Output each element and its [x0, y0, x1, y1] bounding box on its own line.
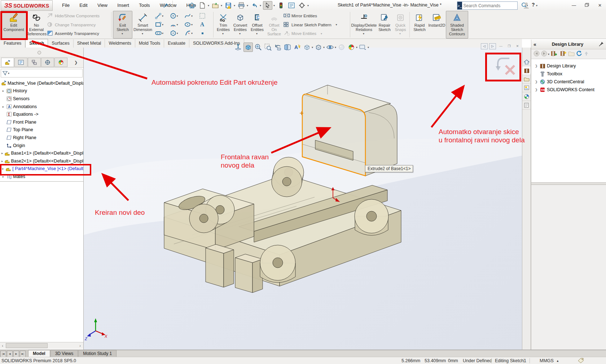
file-explorer-tab-icon[interactable] [522, 75, 531, 84]
pane-left-icon[interactable]: ◁ [481, 43, 488, 49]
custom-properties-tab-icon[interactable] [522, 101, 531, 110]
expander-icon[interactable]: ❯ [535, 80, 538, 84]
apply-scene-icon[interactable] [347, 43, 356, 52]
zoom-to-area-icon[interactable] [254, 43, 263, 52]
filter-dropdown-icon[interactable]: ▾ [8, 72, 9, 75]
pane-item-solidworks-content[interactable]: ❯SWSOLIDWORKS Content [531, 86, 606, 94]
view-orientation-dropdown-icon[interactable]: ▾ [312, 46, 313, 49]
expander-icon[interactable]: ❯ [535, 64, 538, 68]
spline-tool-icon[interactable] [183, 12, 192, 20]
tab-mold-tools[interactable]: Mold Tools [135, 39, 164, 48]
tab-surfaces[interactable]: Surfaces [48, 39, 73, 48]
design-library-tab-icon[interactable] [522, 66, 531, 75]
appearances-tab-icon[interactable] [522, 92, 531, 101]
units-selector[interactable]: MMGS [540, 358, 554, 363]
select-cursor-icon[interactable] [263, 1, 272, 10]
spline-dropdown-icon[interactable]: ▾ [191, 14, 193, 18]
window-select-zoom-icon[interactable] [264, 43, 272, 52]
print-icon[interactable] [237, 1, 246, 9]
display-delete-relations-button[interactable]: Display/Delete Relations ▾ [352, 11, 376, 39]
feature-manager-tab[interactable] [1, 58, 14, 67]
machine-vise-model[interactable]: Z X [84, 48, 522, 350]
shaded-sketch-contours-button[interactable]: Shaded Sketch Contours [446, 11, 468, 39]
repair-sketch-button[interactable]: Repair Sketch [376, 11, 393, 39]
new-dropdown-icon[interactable]: ▾ [208, 4, 209, 7]
tree-item-annotations[interactable]: ▸AAnnotations [0, 103, 83, 111]
pattern-dropdown-icon[interactable]: ▾ [336, 23, 337, 26]
previous-view-icon[interactable] [273, 43, 282, 52]
display-style-dropdown-icon[interactable]: ▾ [323, 46, 325, 49]
pane-item-design-library[interactable]: ❯Design Library [531, 62, 606, 70]
offset-dropdown-icon[interactable]: ▾ [256, 32, 258, 36]
panel-tabs-more-icon[interactable]: ❯ [74, 60, 78, 65]
undo-dropdown-icon[interactable]: ▾ [260, 4, 261, 7]
units-dropdown-icon[interactable]: ▲ [556, 359, 559, 363]
pin-pane-icon[interactable] [599, 41, 604, 48]
fillet-tool-icon[interactable] [183, 29, 192, 37]
menu-view[interactable]: View [93, 0, 112, 10]
scene-dropdown-icon[interactable]: ▾ [356, 46, 357, 49]
tree-filter-row[interactable]: ▾ [1, 69, 83, 77]
tab-sketch[interactable]: Sketch [25, 39, 48, 48]
help-button[interactable]: ? [532, 2, 535, 8]
linear-sketch-pattern-button[interactable]: Linear Sketch Pattern ▾ [284, 21, 348, 28]
tree-item-top-plane[interactable]: Top Plane [0, 126, 83, 134]
task-pane-splitter[interactable] [531, 182, 606, 185]
dimxpert-manager-tab[interactable] [41, 58, 54, 67]
circle-tool-icon[interactable] [169, 12, 177, 20]
restore-window-icon[interactable] [582, 2, 592, 9]
hide-show-items-icon[interactable] [326, 43, 334, 52]
tab-evaluate[interactable]: Evaluate [164, 39, 189, 48]
tree-item-sensors[interactable]: Sensors [0, 95, 83, 103]
open-icon[interactable] [211, 1, 220, 9]
menu-edit[interactable]: Edit [75, 0, 92, 10]
last-study-icon[interactable]: ▶| [20, 351, 26, 357]
doc-close-icon[interactable]: ✕ [514, 43, 521, 49]
tab-features[interactable]: Features [0, 39, 25, 48]
settings-gear-icon[interactable] [298, 1, 306, 9]
settings-dropdown-icon[interactable]: ▾ [307, 4, 309, 7]
offset-entities-button[interactable]: Offset Entities ▾ [249, 11, 265, 39]
search-commands-box[interactable]: >_ ▾ [457, 1, 518, 10]
menu-file[interactable]: File [58, 0, 74, 10]
exit-sketch-dropdown-icon[interactable]: ▾ [122, 32, 123, 36]
expander-icon[interactable]: ❯ [535, 88, 538, 92]
rectangle-dropdown-icon[interactable]: ▾ [162, 23, 163, 26]
add-file-location-icon[interactable] [559, 50, 567, 58]
tree-item-base1[interactable]: ▸Base1<1> (Default<<Default>_Displ [0, 149, 83, 157]
close-window-icon[interactable]: ✕ [595, 2, 605, 9]
expander-icon[interactable]: ▸ [1, 159, 3, 163]
user-account-icon[interactable] [522, 1, 531, 9]
rebuild-traffic-light-icon[interactable] [277, 1, 285, 9]
tree-item-front-plane[interactable]: Front Plane [0, 118, 83, 126]
scroll-left-icon[interactable]: ‹ [0, 343, 5, 348]
save-dropdown-icon[interactable]: ▾ [234, 4, 235, 7]
annotation-visibility-icon[interactable]: A [293, 43, 302, 52]
no-external-references-button[interactable]: No External References [27, 11, 46, 39]
tree-item-origin[interactable]: Origin [0, 142, 83, 150]
edit-appearance-icon[interactable] [337, 43, 346, 52]
search-input[interactable] [462, 3, 521, 8]
trim-entities-button[interactable]: Trim Entities ▾ [215, 11, 232, 39]
section-view-icon[interactable] [283, 43, 292, 52]
view-plane-arrow-icon[interactable] [234, 43, 242, 52]
circle-dropdown-icon[interactable]: ▾ [177, 14, 178, 18]
zoom-to-fit-icon[interactable] [243, 43, 253, 52]
rapid-sketch-button[interactable]: Rapid Sketch [411, 11, 428, 39]
view-settings-dropdown-icon[interactable]: ▾ [368, 46, 369, 49]
pane-right-icon[interactable]: ▷ [489, 43, 496, 49]
prev-study-icon[interactable]: ◀ [7, 351, 13, 357]
menu-insert[interactable]: Insert [113, 0, 133, 10]
configuration-manager-tab[interactable] [28, 58, 41, 67]
display-style-icon[interactable] [314, 43, 323, 52]
polygon-tool-icon[interactable] [169, 29, 177, 37]
smart-dimension-button[interactable]: Smart Dimension ▾ [132, 11, 153, 39]
select-dropdown-icon[interactable]: ▾ [273, 4, 275, 7]
scrollbar-thumb[interactable] [6, 343, 48, 348]
arc-dropdown-icon[interactable]: ▾ [177, 23, 178, 26]
ellipse-dropdown-icon[interactable]: ▾ [191, 23, 193, 26]
forward-icon[interactable] [541, 50, 547, 58]
tab-motion-study-1[interactable]: Motion Study 1 [78, 350, 117, 357]
smart-dimension-dropdown-icon[interactable]: ▾ [142, 32, 143, 36]
convert-dropdown-icon[interactable]: ▾ [239, 32, 241, 36]
